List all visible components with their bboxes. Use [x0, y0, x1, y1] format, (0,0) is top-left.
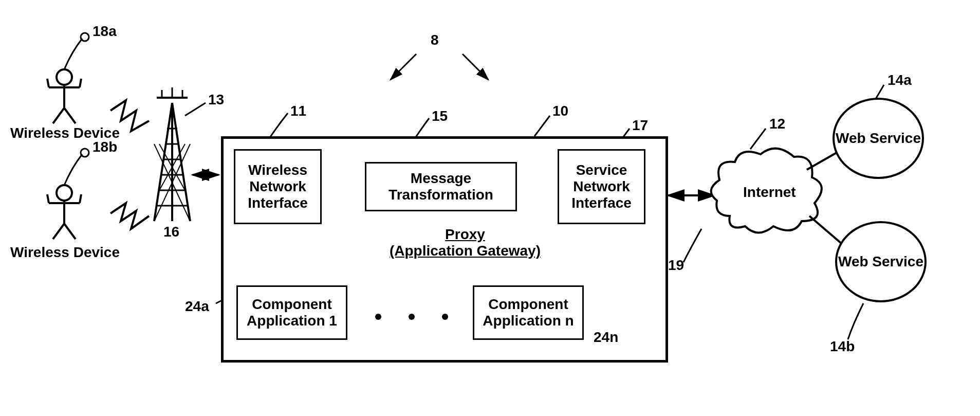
component-app-1-label: Component Application 1	[238, 296, 346, 329]
svg-point-0	[81, 33, 89, 41]
svg-line-3	[154, 103, 172, 221]
component-app-1-box: Component Application 1	[236, 285, 347, 340]
svg-line-31	[64, 108, 76, 123]
ref-12: 12	[769, 116, 785, 132]
component-app-n-box: Component Application n	[473, 285, 584, 340]
proxy-title-line1: Proxy	[445, 226, 485, 242]
ref-24n: 24n	[594, 329, 618, 346]
ref-15: 15	[432, 108, 448, 124]
wireless-network-interface-box: Wireless Network Interface	[234, 149, 322, 224]
ref-18a: 18a	[93, 23, 117, 40]
ref-14a: 14a	[887, 72, 912, 88]
ref-17: 17	[632, 117, 648, 134]
ref-16: 16	[163, 224, 179, 240]
ref-18b: 18b	[93, 139, 117, 155]
svg-point-1	[81, 149, 89, 157]
web-service-b-circle: Web Service	[835, 221, 927, 302]
ellipsis-dot	[442, 314, 448, 320]
svg-line-4	[172, 103, 190, 221]
web-service-a-label: Web Service	[836, 130, 921, 147]
svg-line-36	[80, 194, 81, 203]
ref-19: 19	[668, 257, 684, 274]
tower-icon	[154, 87, 190, 221]
svg-line-35	[47, 194, 49, 203]
person-icon-a	[47, 69, 81, 123]
svg-line-28	[47, 79, 49, 87]
component-app-n-label: Component Application n	[474, 296, 582, 329]
svg-line-12	[154, 144, 190, 221]
svg-line-13	[159, 144, 185, 190]
ref-13: 13	[208, 92, 224, 108]
svg-point-25	[57, 69, 72, 85]
ref-10: 10	[552, 103, 568, 119]
svg-line-38	[64, 224, 76, 239]
ref-8: 8	[431, 32, 439, 48]
ellipsis-dot	[409, 314, 415, 320]
diagram-canvas: Wireless Network Interface Message Trans…	[0, 0, 980, 416]
proxy-title-line2: (Application Gateway)	[390, 243, 541, 259]
internet-label: Internet	[743, 184, 796, 201]
web-service-a-circle: Web Service	[833, 98, 924, 179]
svg-line-29	[80, 79, 81, 87]
ellipsis-dot	[375, 314, 381, 320]
ref-11: 11	[290, 103, 306, 119]
message-transformation-box: Message Transformation	[365, 162, 517, 211]
wireless-network-interface-label: Wireless Network Interface	[235, 162, 320, 211]
web-service-b-label: Web Service	[838, 254, 923, 270]
svg-line-14	[159, 144, 185, 190]
svg-line-11	[154, 144, 190, 221]
svg-line-30	[53, 108, 64, 123]
ref-24a: 24a	[185, 298, 209, 315]
service-network-interface-label: Service Network Interface	[559, 162, 644, 211]
ref-14b: 14b	[830, 338, 855, 355]
message-transformation-label: Message Transformation	[366, 170, 515, 203]
svg-point-32	[57, 185, 72, 201]
svg-line-37	[53, 224, 64, 239]
proxy-title: Proxy (Application Gateway)	[388, 226, 542, 259]
service-network-interface-box: Service Network Interface	[558, 149, 645, 224]
person-icon-b	[47, 185, 81, 239]
wireless-device-b-label: Wireless Device	[10, 244, 120, 261]
